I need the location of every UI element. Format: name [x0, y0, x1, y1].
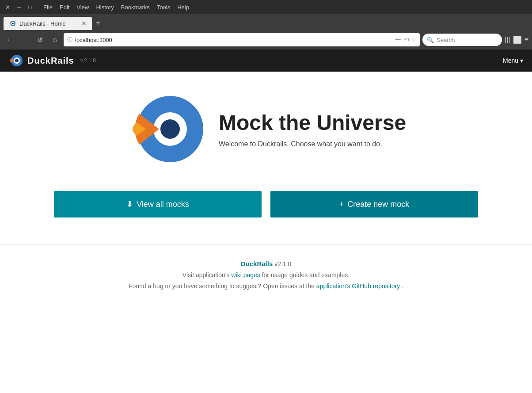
overflow-button[interactable]: ••• — [395, 37, 401, 43]
svg-point-5 — [15, 59, 19, 62]
view-icon: ⬇ — [126, 199, 133, 209]
active-tab[interactable]: DuckRails - Home ✕ — [4, 17, 92, 30]
app-version-label: v.2.1.0 — [80, 57, 96, 64]
app-menu-button[interactable]: Menu ▾ — [503, 57, 523, 64]
nav-bar: ← → ↺ ⌂ ⓘ localhost:3000 ••• 🏷 ☆ 🔍 Searc… — [0, 30, 532, 50]
tab-close-button[interactable]: ✕ — [81, 20, 87, 27]
hero-section: Mock the Universe Welcome to Duckrails. … — [126, 89, 406, 169]
tab-favicon — [9, 20, 16, 27]
forward-button[interactable]: → — [19, 34, 31, 46]
footer-version: v2.1.0 — [274, 260, 291, 267]
create-label: Create new mock — [347, 200, 409, 209]
search-icon: 🔍 — [427, 37, 434, 43]
create-icon: + — [339, 200, 344, 209]
maximize-window-button[interactable]: □ — [27, 3, 34, 11]
footer-line2-after: . — [402, 282, 403, 290]
view-menu[interactable]: View — [74, 3, 91, 11]
file-menu[interactable]: File — [41, 3, 55, 11]
url-text: localhost:3000 — [75, 37, 393, 43]
bookmarks-menu[interactable]: Bookmarks — [118, 3, 152, 11]
hero-subtitle: Welcome to Duckrails. Choose what you wa… — [219, 140, 406, 148]
hero-text: Mock the Universe Welcome to Duckrails. … — [219, 111, 406, 148]
back-button[interactable]: ← — [4, 34, 16, 46]
app-logo-icon — [9, 53, 23, 68]
svg-point-2 — [12, 23, 14, 24]
wiki-link[interactable]: wiki pages — [231, 271, 260, 279]
app-navbar: DuckRails v.2.1.0 Menu ▾ — [0, 50, 532, 72]
footer: DuckRails v2.1.0 Visit application's wik… — [120, 244, 412, 305]
title-bar: ✕ ─ □ File Edit View History Bookmarks T… — [0, 0, 532, 14]
menu-bar: File Edit View History Bookmarks Tools H… — [41, 3, 192, 11]
view-label: View all mocks — [137, 200, 189, 209]
browser-frame: ✕ ─ □ File Edit View History Bookmarks T… — [0, 0, 532, 393]
browser-actions: ||| ⬜ ≡ — [505, 36, 528, 44]
footer-line2-before: Found a bug or you have something to sug… — [129, 282, 316, 290]
minimize-window-button[interactable]: ─ — [15, 3, 23, 11]
app-name-label: DuckRails — [27, 56, 74, 66]
action-buttons: ⬇ View all mocks + Create new mock — [54, 191, 478, 217]
browser-menu-button[interactable]: ≡ — [524, 36, 528, 44]
tools-menu[interactable]: Tools — [154, 3, 173, 11]
app-wrapper: DuckRails v.2.1.0 Menu ▾ — [0, 50, 532, 393]
bookmark-button[interactable]: ☆ — [411, 37, 416, 43]
new-tab-button[interactable]: + — [95, 18, 101, 28]
address-actions: ••• 🏷 ☆ — [395, 37, 417, 43]
main-content: Mock the Universe Welcome to Duckrails. … — [0, 72, 532, 393]
pocket-button[interactable]: 🏷 — [403, 37, 409, 43]
hero-title: Mock the Universe — [219, 111, 406, 135]
help-menu[interactable]: Help — [175, 3, 192, 11]
github-link[interactable]: application's GitHub repository — [316, 282, 400, 290]
footer-line1-after: for usage guides and examples. — [262, 271, 350, 279]
tab-bar: DuckRails - Home ✕ + — [0, 14, 532, 30]
menu-arrow-icon: ▾ — [520, 57, 523, 64]
security-info-icon: ⓘ — [67, 36, 72, 44]
search-placeholder: Search — [437, 37, 455, 43]
reload-button[interactable]: ↺ — [34, 34, 46, 46]
synced-tabs-button[interactable]: ⬜ — [513, 36, 522, 44]
edit-menu[interactable]: Edit — [57, 3, 72, 11]
home-button[interactable]: ⌂ — [49, 34, 61, 46]
close-window-button[interactable]: ✕ — [4, 3, 12, 11]
window-controls: ✕ ─ □ — [4, 3, 34, 11]
menu-label: Menu — [503, 57, 518, 64]
history-menu[interactable]: History — [93, 3, 116, 11]
library-button[interactable]: ||| — [505, 36, 510, 44]
view-all-mocks-button[interactable]: ⬇ View all mocks — [54, 191, 262, 217]
tab-title: DuckRails - Home — [19, 20, 78, 27]
svg-point-8 — [160, 119, 180, 139]
create-new-mock-button[interactable]: + Create new mock — [270, 191, 478, 217]
footer-brand: DuckRails — [241, 260, 273, 267]
app-brand: DuckRails v.2.1.0 — [9, 53, 96, 68]
footer-line1-before: Visit application's — [182, 271, 232, 279]
hero-logo-icon — [126, 89, 205, 169]
address-bar[interactable]: ⓘ localhost:3000 ••• 🏷 ☆ — [64, 33, 420, 46]
search-bar[interactable]: 🔍 Search — [422, 34, 502, 46]
